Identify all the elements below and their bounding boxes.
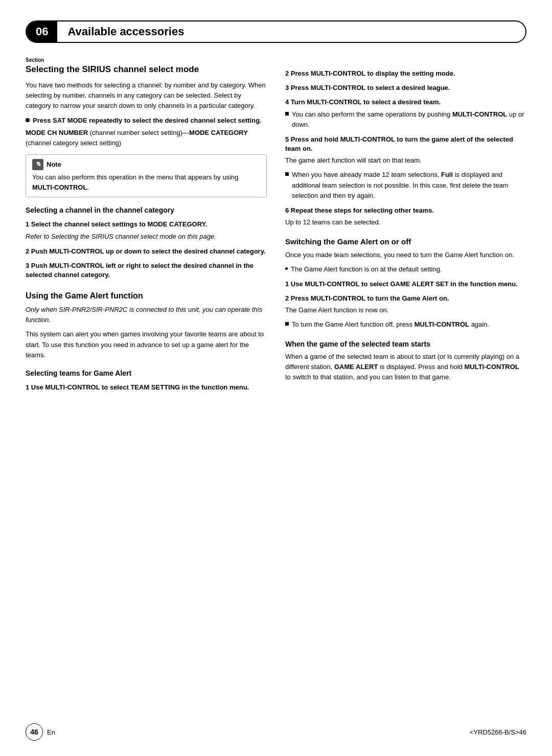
section-number: 06	[27, 21, 57, 42]
r-step-5-heading: 5 Press and hold MULTI-CONTROL to turn t…	[285, 135, 526, 153]
note-end: .	[87, 184, 89, 191]
main-heading: Selecting the SIRIUS channel select mode	[26, 64, 267, 75]
note-body: You can also perform this operation in t…	[32, 172, 260, 193]
sw-step2-bullet-text: To turn the Game Alert function off, pre…	[292, 319, 489, 330]
teams-step-1: 1 Use MULTI-CONTROL to select TEAM SETTI…	[26, 383, 267, 392]
when-body: When a game of the selected team is abou…	[285, 352, 526, 382]
footer: 46 En <YRD5266-B/S>46	[26, 723, 526, 741]
section-label: Section	[26, 57, 526, 63]
step-3: 3 Push MULTI-CONTROL left or right to se…	[26, 261, 267, 280]
step6-body: Up to 12 teams can be selected.	[285, 217, 526, 227]
step-2: 2 Push MULTI-CONTROL up or down to selec…	[26, 247, 267, 256]
sw-step2-bullet: To turn the Game Alert function off, pre…	[285, 319, 526, 330]
two-column-layout: Selecting the SIRIUS channel select mode…	[26, 64, 526, 394]
r-step-6-heading: 6 Repeat these steps for selecting other…	[285, 206, 526, 215]
step5-bold: Full	[441, 171, 453, 178]
section-title: Available accessories	[57, 25, 194, 38]
switching-bullet: The Game Alert function is on at the def…	[285, 264, 526, 274]
when-bold2: MULTI-CONTROL	[464, 363, 519, 371]
when-text3: to switch to that station, and you can l…	[285, 373, 451, 381]
note-bold: MULTI-CONTROL	[32, 184, 87, 191]
sw-step-2-heading: 2 Press MULTI-CONTROL to turn the Game A…	[285, 294, 526, 303]
switching-heading: Switching the Game Alert on or off	[285, 237, 526, 247]
switching-body: Once you made team selections, you need …	[285, 250, 526, 260]
step1-refer: Refer to	[26, 233, 51, 240]
sw-step-1-heading: 1 Use MULTI-CONTROL to select GAME ALERT…	[285, 280, 526, 289]
mode-category-end: (channel category select setting)	[26, 139, 121, 147]
step-3-heading: 3 Push MULTI-CONTROL left or right to se…	[26, 261, 267, 280]
right-column: 2 Press MULTI-CONTROL to display the set…	[285, 64, 526, 394]
mode-separator: (channel number select setting)—	[88, 129, 189, 136]
step-2-heading: 2 Push MULTI-CONTROL up or down to selec…	[26, 247, 267, 256]
sw-step2-end: again.	[469, 320, 489, 328]
switching-bullet-icon	[285, 267, 288, 270]
sw-step2-text: To turn the Game Alert function off, pre…	[292, 320, 415, 328]
bullet-icon	[26, 118, 30, 122]
channel-category-heading: Selecting a channel in the channel categ…	[26, 205, 267, 215]
teams-step-1-heading: 1 Use MULTI-CONTROL to select TEAM SETTI…	[26, 383, 267, 392]
footer-left: 46 En	[26, 723, 55, 741]
step-1-heading: 1 Select the channel select settings to …	[26, 220, 267, 229]
step1-end: on this page.	[176, 233, 216, 240]
mode-category: MODE CATEGORY	[189, 129, 248, 136]
r-step-4-heading: 4 Turn MULTI-CONTROL to select a desired…	[285, 98, 526, 107]
step4-bullet: You can also perform the same operations…	[285, 109, 526, 130]
note-text: You can also perform this operation in t…	[32, 173, 239, 181]
step5-bullet-text: When you have already made 12 team selec…	[292, 170, 526, 200]
r-step-2-heading: 2 Press MULTI-CONTROL to display the set…	[285, 69, 526, 78]
mode-ch-number: MODE CH NUMBER	[26, 129, 88, 136]
r-step-4: 4 Turn MULTI-CONTROL to select a desired…	[285, 98, 526, 129]
sat-mode-bullet: Press SAT MODE repeatedly to select the …	[26, 116, 267, 126]
sw-step-2: 2 Press MULTI-CONTROL to turn the Game A…	[285, 294, 526, 330]
section-header: 06 Available accessories	[26, 20, 526, 43]
step5-bullet: When you have already made 12 team selec…	[285, 170, 526, 200]
switching-bullet-text: The Game Alert function is on at the def…	[291, 264, 442, 274]
step5-bullet-icon	[285, 172, 289, 176]
step5-text: When you have already made 12 team selec…	[292, 171, 441, 178]
note-title-row: ✎ Note	[32, 159, 260, 170]
sw-step-1: 1 Use MULTI-CONTROL to select GAME ALERT…	[285, 280, 526, 289]
game-alert-italic: Only when SIR-PNR2/SIR-PNR2C is connecte…	[26, 305, 267, 325]
page-number: 46	[26, 723, 43, 741]
page: 06 Available accessories Section Selecti…	[0, 0, 552, 756]
r-step-3-heading: 3 Press MULTI-CONTROL to select a desire…	[285, 83, 526, 93]
teams-heading: Selecting teams for Game Alert	[26, 369, 267, 378]
sat-mode-text: Press SAT MODE repeatedly to select the …	[33, 117, 262, 124]
step-1-body: Refer to Selecting the SIRIUS channel se…	[26, 232, 267, 242]
when-text2: is displayed. Press and hold	[378, 363, 464, 371]
game-alert-body: This system can alert you when games inv…	[26, 329, 267, 360]
when-heading: When the game of the selected team start…	[285, 339, 526, 349]
step4-bullet-icon	[285, 112, 289, 116]
r-step-2: 2 Press MULTI-CONTROL to display the set…	[285, 69, 526, 78]
when-bold1: GAME ALERT	[334, 363, 378, 371]
footer-lang: En	[47, 728, 55, 736]
r-step-6: 6 Repeat these steps for selecting other…	[285, 206, 526, 227]
note-label: Note	[47, 161, 61, 168]
step4-text: You can also perform the same operations…	[292, 110, 452, 118]
game-alert-heading: Using the Game Alert function	[26, 291, 267, 302]
step1-italic: Selecting the SIRIUS channel select mode	[51, 233, 176, 240]
sw-step2-bold: MULTI-CONTROL	[415, 320, 469, 328]
mode-ch-text: MODE CH NUMBER (channel number select se…	[26, 128, 267, 148]
left-column: Selecting the SIRIUS channel select mode…	[26, 64, 267, 394]
step4-bullet-text: You can also perform the same operations…	[292, 109, 526, 130]
step-1: 1 Select the channel select settings to …	[26, 220, 267, 241]
footer-model: <YRD5266-B/S>46	[470, 728, 526, 736]
step5-body: The game alert function will start on th…	[285, 155, 526, 166]
step4-bold: MULTI-CONTROL	[452, 110, 507, 118]
sw-step2-body: The Game Alert function is now on.	[285, 305, 526, 315]
r-step-3: 3 Press MULTI-CONTROL to select a desire…	[285, 83, 526, 93]
note-icon: ✎	[32, 159, 43, 170]
r-step-5: 5 Press and hold MULTI-CONTROL to turn t…	[285, 135, 526, 201]
sw-step2-bullet-icon	[285, 322, 289, 326]
note-box: ✎ Note You can also perform this operati…	[26, 154, 267, 197]
intro-paragraph: You have two methods for selecting a cha…	[26, 80, 267, 111]
